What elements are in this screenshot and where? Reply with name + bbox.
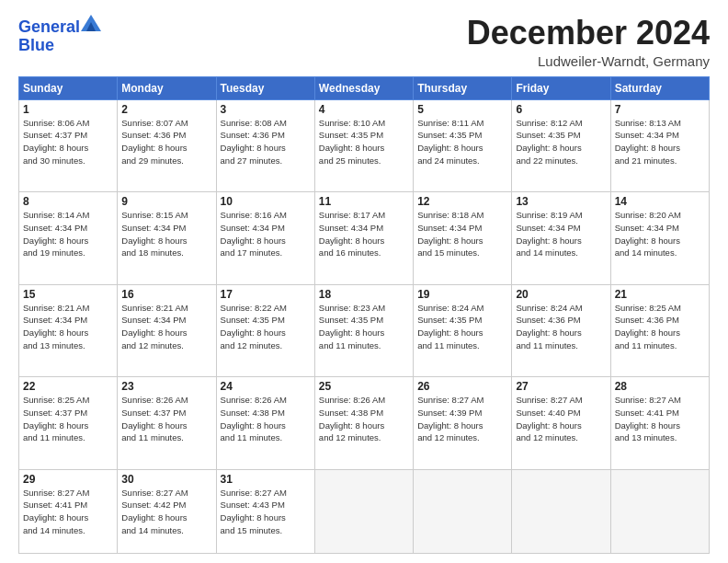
- day-info-line: Daylight: 8 hours: [516, 327, 581, 338]
- day-info-line: Sunset: 4:37 PM: [23, 408, 87, 418]
- day-number: 17: [221, 288, 311, 301]
- title-block: December 2024 Ludweiler-Warndt, Germany: [467, 15, 710, 69]
- calendar-cell: 17Sunrise: 8:22 AMSunset: 4:35 PMDayligh…: [216, 284, 314, 377]
- day-info-line: Daylight: 8 hours: [221, 512, 286, 523]
- day-info-line: Sunset: 4:34 PM: [417, 223, 482, 233]
- page: General Blue December 2024 Ludweiler-War…: [0, 0, 728, 563]
- day-info-line: Sunrise: 8:16 AM: [221, 210, 287, 220]
- day-number: 8: [23, 195, 113, 208]
- day-info-line: Sunrise: 8:27 AM: [516, 395, 582, 405]
- day-number: 30: [121, 473, 211, 486]
- header-row: Sunday Monday Tuesday Wednesday Thursday…: [19, 76, 710, 99]
- day-info-line: Sunset: 4:34 PM: [23, 315, 87, 325]
- day-info-line: and 11 minutes.: [615, 340, 677, 350]
- calendar-cell: 25Sunrise: 8:26 AMSunset: 4:38 PMDayligh…: [314, 377, 413, 470]
- day-info-line: Daylight: 8 hours: [319, 236, 384, 246]
- calendar-cell: 4Sunrise: 8:10 AMSunset: 4:35 PMDaylight…: [314, 99, 413, 192]
- col-monday: Monday: [118, 76, 216, 99]
- col-tuesday: Tuesday: [216, 76, 314, 99]
- day-info-line: Sunset: 4:35 PM: [221, 315, 285, 325]
- calendar-cell: [512, 469, 610, 553]
- location: Ludweiler-Warndt, Germany: [467, 53, 710, 69]
- day-number: 31: [221, 473, 311, 486]
- col-thursday: Thursday: [414, 76, 512, 99]
- calendar-cell: 6Sunrise: 8:12 AMSunset: 4:35 PMDaylight…: [512, 99, 610, 192]
- day-info-line: Sunset: 4:34 PM: [121, 315, 186, 325]
- day-info-line: Sunrise: 8:23 AM: [319, 303, 385, 313]
- day-info-line: Sunrise: 8:27 AM: [121, 488, 188, 498]
- day-info-line: Sunset: 4:34 PM: [516, 223, 580, 233]
- day-info: Sunrise: 8:27 AMSunset: 4:43 PMDaylight:…: [221, 487, 311, 537]
- day-info-line: Daylight: 8 hours: [615, 420, 680, 431]
- day-info-line: and 11 minutes.: [319, 340, 381, 350]
- calendar-cell: 5Sunrise: 8:11 AMSunset: 4:35 PMDaylight…: [414, 99, 512, 192]
- day-number: 23: [121, 380, 211, 393]
- day-info-line: Sunrise: 8:10 AM: [319, 118, 385, 128]
- day-info-line: and 27 minutes.: [221, 155, 283, 166]
- day-number: 26: [417, 380, 507, 393]
- day-info-line: Sunrise: 8:24 AM: [516, 303, 582, 313]
- day-info-line: Sunset: 4:35 PM: [319, 315, 383, 325]
- day-info-line: Sunset: 4:34 PM: [615, 223, 679, 233]
- day-number: 13: [516, 195, 606, 208]
- day-info-line: Sunrise: 8:26 AM: [319, 395, 385, 405]
- day-info-line: and 11 minutes.: [121, 432, 184, 442]
- calendar-cell: 16Sunrise: 8:21 AMSunset: 4:34 PMDayligh…: [118, 284, 216, 377]
- day-info-line: and 13 minutes.: [23, 340, 85, 350]
- day-info-line: and 12 minutes.: [121, 340, 184, 350]
- day-number: 18: [319, 288, 409, 301]
- day-info-line: and 15 minutes.: [417, 247, 480, 258]
- day-info-line: Sunrise: 8:26 AM: [221, 395, 287, 405]
- calendar-cell: 3Sunrise: 8:08 AMSunset: 4:36 PMDaylight…: [216, 99, 314, 192]
- day-info-line: Daylight: 8 hours: [417, 143, 483, 153]
- day-info-line: Daylight: 8 hours: [23, 236, 88, 246]
- logo-icon: [81, 15, 101, 31]
- day-info-line: Sunrise: 8:07 AM: [121, 118, 188, 128]
- day-info-line: and 12 minutes.: [516, 432, 578, 442]
- day-info-line: and 30 minutes.: [23, 155, 85, 166]
- day-info-line: Sunset: 4:42 PM: [121, 500, 186, 510]
- day-info-line: Daylight: 8 hours: [121, 512, 187, 523]
- day-info-line: Daylight: 8 hours: [221, 327, 286, 338]
- day-info-line: Sunrise: 8:20 AM: [615, 210, 681, 220]
- calendar-table: Sunday Monday Tuesday Wednesday Thursday…: [18, 76, 710, 554]
- day-info-line: Sunrise: 8:27 AM: [23, 488, 89, 498]
- day-number: 27: [516, 380, 606, 393]
- calendar-cell: 12Sunrise: 8:18 AMSunset: 4:34 PMDayligh…: [414, 192, 512, 285]
- day-info-line: Sunset: 4:34 PM: [615, 130, 679, 140]
- day-info-line: Sunrise: 8:25 AM: [615, 303, 681, 313]
- day-info: Sunrise: 8:07 AMSunset: 4:36 PMDaylight:…: [121, 117, 211, 167]
- day-number: 3: [221, 103, 311, 116]
- day-info-line: and 25 minutes.: [319, 155, 381, 166]
- calendar-cell: 8Sunrise: 8:14 AMSunset: 4:34 PMDaylight…: [19, 192, 118, 285]
- day-info: Sunrise: 8:26 AMSunset: 4:38 PMDaylight:…: [221, 394, 311, 444]
- day-info-line: Sunset: 4:36 PM: [516, 315, 580, 325]
- calendar-cell: 31Sunrise: 8:27 AMSunset: 4:43 PMDayligh…: [216, 469, 314, 553]
- day-info-line: Sunrise: 8:19 AM: [516, 210, 582, 220]
- day-number: 28: [615, 380, 705, 393]
- day-info-line: and 24 minutes.: [417, 155, 480, 166]
- day-info-line: and 14 minutes.: [516, 247, 578, 258]
- calendar-cell: 10Sunrise: 8:16 AMSunset: 4:34 PMDayligh…: [216, 192, 314, 285]
- day-info-line: Sunset: 4:34 PM: [319, 223, 383, 233]
- day-info: Sunrise: 8:27 AMSunset: 4:42 PMDaylight:…: [121, 487, 211, 537]
- day-info-line: and 16 minutes.: [319, 247, 381, 258]
- day-info-line: and 11 minutes.: [23, 432, 85, 442]
- day-number: 16: [121, 288, 211, 301]
- day-number: 29: [23, 473, 113, 486]
- calendar-cell: [610, 469, 709, 553]
- day-info-line: Sunrise: 8:21 AM: [121, 303, 188, 313]
- day-number: 2: [121, 103, 211, 116]
- day-info: Sunrise: 8:17 AMSunset: 4:34 PMDaylight:…: [319, 209, 409, 259]
- day-info: Sunrise: 8:24 AMSunset: 4:36 PMDaylight:…: [516, 302, 606, 352]
- day-info-line: Sunrise: 8:25 AM: [23, 395, 89, 405]
- day-info-line: Daylight: 8 hours: [121, 327, 187, 338]
- calendar-cell: 19Sunrise: 8:24 AMSunset: 4:35 PMDayligh…: [414, 284, 512, 377]
- day-number: 22: [23, 380, 113, 393]
- day-info-line: and 13 minutes.: [615, 432, 677, 442]
- day-info: Sunrise: 8:26 AMSunset: 4:38 PMDaylight:…: [319, 394, 409, 444]
- day-info-line: Daylight: 8 hours: [615, 236, 680, 246]
- day-number: 7: [615, 103, 705, 116]
- day-info-line: Sunrise: 8:24 AM: [417, 303, 483, 313]
- day-number: 25: [319, 380, 409, 393]
